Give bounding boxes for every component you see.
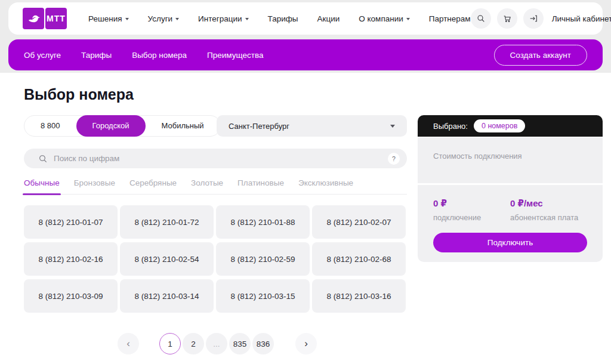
category-tab-regular[interactable]: Обычные [24, 178, 60, 194]
chevron-down-icon [125, 18, 129, 20]
search-button[interactable] [471, 8, 491, 29]
nav-item-services[interactable]: Услуги [148, 14, 180, 23]
monthly-price-label: абонентская плата [510, 213, 587, 222]
subnav-item-advantages[interactable]: Преимущества [207, 51, 263, 60]
connection-price: 0 ₽ [433, 198, 510, 209]
logo-text: МТТ [47, 14, 66, 23]
nav-item-tariffs[interactable]: Тарифы [268, 14, 298, 23]
phone-number-card[interactable]: 8 (812) 210-02-59 [216, 242, 310, 276]
mtt-logo[interactable]: МТТ [23, 8, 67, 29]
search-icon [476, 14, 486, 23]
search-icon [38, 154, 48, 164]
price-summary-panel: 0 ₽ подключение 0 ₽/мес абонентская плат… [418, 185, 603, 262]
chevron-down-icon [390, 125, 395, 128]
cart-button[interactable] [497, 8, 517, 29]
nav-item-partners[interactable]: Партнерам [429, 14, 471, 23]
selected-label: Выбрано: [433, 122, 468, 131]
type-tab-mobile[interactable]: Мобильный [146, 115, 220, 137]
prev-page-button[interactable]: ‹ [118, 333, 139, 354]
phone-number-card[interactable]: 8 (812) 210-01-88 [216, 205, 310, 239]
page-ellipsis: ... [206, 333, 227, 354]
search-help-button[interactable]: ? [388, 153, 400, 165]
category-tab-bronze[interactable]: Бронзовые [74, 178, 115, 194]
nav-item-solutions[interactable]: Решения [88, 14, 129, 23]
phone-number-card[interactable]: 8 (812) 210-03-14 [120, 279, 214, 313]
nav-item-about[interactable]: О компании [359, 14, 409, 23]
subnav-item-about-service[interactable]: Об услуге [24, 51, 61, 60]
pagination: ‹ 1 2 ... 835 836 › [118, 333, 317, 354]
phone-number-card[interactable]: 8 (812) 210-03-09 [24, 279, 118, 313]
cart-summary-header: Выбрано: 0 номеров [418, 115, 603, 137]
service-subnav: Об услуге Тарифы Выбор номера Преимущест… [8, 39, 603, 70]
category-tab-gold[interactable]: Золотые [191, 178, 223, 194]
page-button-836[interactable]: 836 [252, 333, 274, 354]
connection-cost-title: Стоимость подключения [433, 152, 587, 161]
nav-item-integrations[interactable]: Интеграции [198, 14, 248, 23]
category-tab-platinum[interactable]: Платиновые [237, 178, 284, 194]
city-select-value: Санкт-Петербург [229, 122, 289, 131]
chevron-down-icon [245, 18, 249, 20]
phone-number-card[interactable]: 8 (812) 210-03-15 [216, 279, 310, 313]
number-category-tabs: Обычные Бронзовые Серебряные Золотые Пла… [24, 178, 407, 195]
subnav-item-tariffs[interactable]: Тарифы [81, 51, 112, 60]
connection-cost-panel: Стоимость подключения [418, 137, 603, 183]
city-select[interactable]: Санкт-Петербург [217, 115, 407, 137]
main-header: МТТ Решения Услуги Интеграции Тарифы Акц… [8, 2, 603, 35]
nav-item-promos[interactable]: Акции [317, 14, 340, 23]
type-tab-8800[interactable]: 8 800 [24, 115, 76, 137]
number-type-switcher: 8 800 Городской Мобильный [24, 115, 221, 137]
cart-icon [502, 14, 512, 23]
phone-number-card[interactable]: 8 (812) 210-02-16 [24, 242, 118, 276]
bird-logo-icon [23, 8, 44, 29]
page-button-2[interactable]: 2 [183, 333, 204, 354]
category-tab-silver[interactable]: Серебряные [129, 178, 177, 194]
category-tab-exclusive[interactable]: Эксклюзивные [298, 178, 353, 194]
header-actions: Личный кабинет [471, 8, 611, 29]
page-button-1[interactable]: 1 [159, 333, 181, 354]
phone-number-card[interactable]: 8 (812) 210-02-07 [312, 205, 406, 239]
monthly-price: 0 ₽/мес [510, 198, 587, 209]
subnav-item-number-choice[interactable]: Выбор номера [132, 51, 187, 60]
type-tab-city[interactable]: Городской [76, 115, 146, 137]
page-button-835[interactable]: 835 [229, 333, 251, 354]
phone-number-card[interactable]: 8 (812) 210-01-72 [120, 205, 214, 239]
create-account-button[interactable]: Создать аккаунт [494, 45, 587, 66]
next-page-button[interactable]: › [295, 333, 317, 354]
chevron-down-icon [406, 18, 410, 20]
account-link[interactable]: Личный кабинет [552, 14, 611, 23]
main-navigation: Решения Услуги Интеграции Тарифы Акции О… [88, 14, 471, 23]
page-title: Выбор номера [24, 86, 134, 103]
login-button[interactable] [523, 8, 544, 29]
phone-number-grid: 8 (812) 210-01-07 8 (812) 210-01-72 8 (8… [24, 205, 409, 313]
phone-number-card[interactable]: 8 (812) 210-02-68 [312, 242, 406, 276]
phone-number-card[interactable]: 8 (812) 210-01-07 [24, 205, 118, 239]
phone-number-card[interactable]: 8 (812) 210-02-54 [120, 242, 214, 276]
phone-number-card[interactable]: 8 (812) 210-03-16 [312, 279, 406, 313]
chevron-down-icon [175, 18, 179, 20]
login-icon [529, 14, 538, 23]
digits-search-bar: ? [24, 149, 407, 168]
connect-button[interactable]: Подключить [433, 233, 587, 252]
connection-price-label: подключение [433, 213, 510, 222]
selected-count-badge[interactable]: 0 номеров [474, 119, 525, 132]
digits-search-input[interactable] [54, 154, 388, 163]
